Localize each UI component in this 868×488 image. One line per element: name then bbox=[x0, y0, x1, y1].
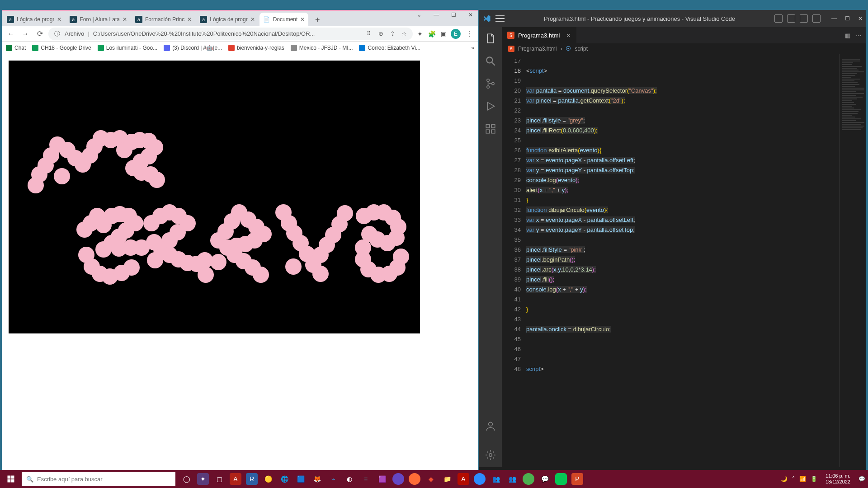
vscode-menu-icon[interactable] bbox=[495, 15, 505, 22]
source-control-icon[interactable] bbox=[485, 78, 496, 89]
wifi-icon[interactable]: 📶 bbox=[799, 476, 806, 482]
sidepanel-icon[interactable]: ▣ bbox=[439, 29, 448, 38]
settings-gear-icon[interactable] bbox=[485, 449, 496, 461]
start-button[interactable] bbox=[0, 470, 22, 488]
profile-avatar[interactable]: E bbox=[451, 29, 461, 39]
layout-icon-2[interactable] bbox=[787, 14, 795, 23]
chrome-canary-icon[interactable]: 🟡 bbox=[262, 473, 274, 485]
bookmark-item[interactable]: CH18 - Google Drive bbox=[32, 45, 91, 51]
chrome-min[interactable]: — bbox=[432, 12, 441, 18]
cortana-icon[interactable]: ◯ bbox=[181, 473, 193, 485]
code-editor[interactable]: 1718192021222324252627282930313233343536… bbox=[502, 54, 866, 467]
search-icon[interactable] bbox=[485, 55, 496, 67]
close-tab-icon[interactable]: ✕ bbox=[123, 16, 127, 23]
vscode-close[interactable]: ✕ bbox=[858, 15, 863, 22]
bookmarks-overflow[interactable]: » bbox=[471, 45, 474, 51]
code-content[interactable]: <script> var pantalla = document.querySe… bbox=[526, 54, 839, 467]
file-explorer-icon[interactable]: 📁 bbox=[441, 473, 453, 485]
canvas-output[interactable] bbox=[9, 61, 420, 333]
layout-icon-3[interactable] bbox=[800, 14, 808, 23]
split-editor-icon[interactable]: ▥ bbox=[845, 32, 850, 39]
minimap[interactable] bbox=[839, 54, 866, 467]
taskbar-clock[interactable]: 11:06 p. m. 13/12/2022 bbox=[822, 473, 854, 485]
more-actions-icon[interactable]: ⋯ bbox=[856, 32, 862, 39]
app-icon[interactable]: ≡ bbox=[360, 473, 372, 485]
vscode-min[interactable]: — bbox=[831, 15, 837, 22]
line-icon[interactable] bbox=[555, 473, 567, 485]
taskbar-search[interactable]: 🔍 Escribe aquí para buscar bbox=[22, 472, 175, 486]
battery-icon[interactable]: 🔋 bbox=[811, 476, 817, 482]
browser-tab[interactable]: aLógica de progr✕ bbox=[196, 13, 258, 26]
close-tab-icon[interactable]: ✕ bbox=[250, 16, 255, 23]
explorer-icon[interactable] bbox=[485, 33, 496, 44]
teams-icon-2[interactable]: 👥 bbox=[506, 473, 518, 485]
browser-tab[interactable]: aFormación Princ✕ bbox=[132, 13, 195, 26]
chrome-close[interactable]: ✕ bbox=[466, 12, 475, 18]
weather-icon[interactable]: 🌙 bbox=[781, 476, 788, 482]
chrome-menu[interactable]: ⋮ bbox=[463, 28, 475, 40]
bookmark-item[interactable]: Los iluminatti - Goo... bbox=[98, 45, 157, 51]
teams-icon[interactable]: 👥 bbox=[490, 473, 502, 485]
editor-tab-label: Programa3.html bbox=[518, 32, 560, 39]
firefox-icon[interactable]: 🦊 bbox=[311, 473, 323, 485]
translate-icon[interactable]: ⠿ bbox=[365, 30, 373, 38]
bookmark-item[interactable]: Mexico - JFSJD - MI... bbox=[291, 45, 353, 51]
browser-tab[interactable]: 📄Document✕ bbox=[259, 13, 309, 26]
chrome-icon[interactable]: 🌐 bbox=[278, 473, 290, 485]
account-icon[interactable] bbox=[485, 420, 496, 432]
browser-tab[interactable]: aForo | Alura Lata✕ bbox=[66, 13, 131, 26]
url-scheme: Archivo bbox=[65, 30, 84, 37]
app-icon[interactable] bbox=[392, 473, 404, 485]
figma-icon[interactable]: 🟪 bbox=[376, 473, 388, 485]
site-info-icon[interactable]: ⓘ bbox=[53, 30, 61, 38]
ext-icon-1[interactable]: ✦ bbox=[415, 29, 425, 38]
svg-point-3 bbox=[487, 86, 489, 88]
zoom-icon[interactable]: ⊕ bbox=[377, 30, 385, 38]
browser-tab[interactable]: aLógica de progr✕ bbox=[3, 13, 65, 26]
vscode-taskbar-icon[interactable]: ⌁ bbox=[327, 473, 339, 485]
app-icon[interactable] bbox=[523, 473, 534, 485]
powerpoint-icon[interactable]: P bbox=[571, 473, 583, 485]
bookmark-item[interactable]: Correo: Elizabeth Vi... bbox=[359, 45, 420, 51]
close-tab-icon[interactable]: ✕ bbox=[57, 16, 61, 23]
nav-reload[interactable]: ⟳ bbox=[34, 28, 46, 40]
layout-icon-4[interactable] bbox=[812, 14, 821, 23]
activity-bar bbox=[479, 27, 502, 467]
new-tab-button[interactable]: + bbox=[311, 14, 324, 26]
breadcrumb[interactable]: 5 Programa3.html › ⦿ script bbox=[502, 43, 866, 54]
chrome-toolbar: ← → ⟳ ⓘ Archivo | C:/Users/user/OneDrive… bbox=[2, 26, 478, 42]
notifications-icon[interactable]: 💬 bbox=[859, 476, 865, 482]
nav-back[interactable]: ← bbox=[5, 28, 17, 40]
bookmark-item[interactable]: bienvenida-y-reglas bbox=[228, 45, 284, 51]
share-icon[interactable]: ⇪ bbox=[388, 30, 396, 38]
git-icon[interactable]: ◆ bbox=[425, 473, 437, 485]
nav-forward[interactable]: → bbox=[19, 28, 31, 40]
zoom-icon[interactable] bbox=[474, 473, 486, 485]
tray-chevron-icon[interactable]: ˄ bbox=[792, 476, 795, 482]
acrobat-icon[interactable]: A bbox=[458, 473, 469, 485]
task-view-icon[interactable]: ▢ bbox=[213, 473, 225, 485]
chrome-max[interactable]: ☐ bbox=[449, 12, 458, 18]
omnibox[interactable]: ⓘ Archivo | C:/Users/user/OneDrive%20-%2… bbox=[48, 28, 413, 40]
extensions-icon[interactable]: 🧩 bbox=[427, 29, 436, 38]
close-tab-icon[interactable]: ✕ bbox=[300, 16, 305, 23]
run-debug-icon[interactable] bbox=[485, 100, 496, 112]
app-icon[interactable]: ✦ bbox=[197, 473, 209, 485]
close-tab-icon[interactable]: ✕ bbox=[566, 32, 571, 39]
bookmark-star-icon[interactable]: ☆ bbox=[400, 30, 408, 38]
editor-tab-active[interactable]: 5 Programa3.html ✕ bbox=[502, 27, 577, 43]
postman-icon[interactable] bbox=[409, 473, 420, 485]
eclipse-icon[interactable]: ◐ bbox=[344, 473, 355, 485]
extensions-icon[interactable] bbox=[485, 123, 496, 135]
chrome-chevron[interactable]: ⌄ bbox=[415, 12, 424, 18]
revit-icon[interactable]: R bbox=[246, 473, 258, 485]
close-tab-icon[interactable]: ✕ bbox=[187, 16, 192, 23]
autocad-icon[interactable]: A bbox=[230, 473, 241, 485]
edge-icon[interactable]: 🟦 bbox=[295, 473, 307, 485]
bookmark-item[interactable]: (3) Discord | #🤖|e... bbox=[164, 45, 222, 51]
bookmark-item[interactable]: Chat bbox=[6, 45, 26, 51]
clock-date: 13/12/2022 bbox=[826, 479, 850, 485]
whatsapp-icon[interactable]: 💬 bbox=[539, 473, 551, 485]
vscode-max[interactable]: ☐ bbox=[845, 15, 850, 22]
layout-icon-1[interactable] bbox=[774, 14, 783, 23]
